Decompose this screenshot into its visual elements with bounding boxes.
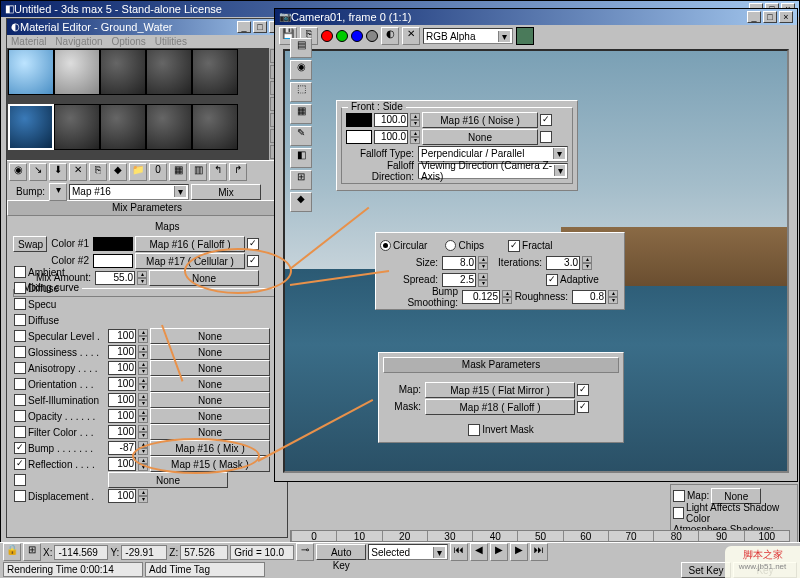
slot-2[interactable] <box>54 49 100 95</box>
put-library-icon[interactable]: 📁 <box>129 163 147 181</box>
render-close[interactable]: × <box>779 11 793 23</box>
make-unique-icon[interactable]: ◆ <box>109 163 127 181</box>
fdir-dd[interactable]: Viewing Direction (Camera Z-Axis)▾ <box>418 163 568 179</box>
slot-1[interactable] <box>8 49 54 95</box>
slot-6-active[interactable] <box>8 104 54 150</box>
channel-dropdown[interactable]: RGB Alpha▾ <box>423 28 513 44</box>
fractal-check[interactable]: ✓ <box>508 240 520 252</box>
iter-field[interactable]: 3.0 <box>546 256 580 270</box>
z-field[interactable]: 57.526 <box>180 545 228 560</box>
mask-mask-chk[interactable]: ✓ <box>577 401 589 413</box>
map-btn-7[interactable]: None <box>150 376 270 392</box>
clear-icon[interactable]: ✕ <box>402 27 420 45</box>
spread-field[interactable]: 2.5 <box>442 273 476 287</box>
map1-button[interactable]: Map #16 ( Falloff ) <box>135 236 245 252</box>
vt-6-icon[interactable]: ◧ <box>290 148 312 168</box>
play-icon[interactable]: ▶ <box>490 543 508 561</box>
snap-icon[interactable]: ⊞ <box>23 543 41 561</box>
make-copy-icon[interactable]: ⎘ <box>89 163 107 181</box>
map-chk-8[interactable] <box>14 394 26 406</box>
nav-sibling-icon[interactable]: ↱ <box>229 163 247 181</box>
menu-nav[interactable]: Navigation <box>55 36 102 47</box>
timeline[interactable]: 0102030405060708090100 <box>290 530 790 542</box>
map-btn-11[interactable]: Map #16 ( Mix ) <box>150 440 270 456</box>
mono-icon[interactable] <box>366 30 378 42</box>
mask-map-chk[interactable]: ✓ <box>577 384 589 396</box>
next-frame-icon[interactable]: ▶ <box>510 543 528 561</box>
vt-8-icon[interactable]: ◆ <box>290 192 312 212</box>
put-to-scene-icon[interactable]: ↘ <box>29 163 47 181</box>
map-val-11[interactable]: -87 <box>108 441 136 455</box>
menu-material[interactable]: Material <box>11 36 47 47</box>
map-chk-3[interactable] <box>14 314 26 326</box>
slot-8[interactable] <box>100 104 146 150</box>
map-chk-5[interactable] <box>14 346 26 358</box>
bump-map-dropdown[interactable]: Map #16▾ <box>69 184 189 200</box>
f-chk1[interactable]: ✓ <box>540 114 552 126</box>
slot-10[interactable] <box>192 104 238 150</box>
pick-icon[interactable]: ▾ <box>49 183 67 201</box>
map-val-4[interactable]: 100 <box>108 329 136 343</box>
map-val-7[interactable]: 100 <box>108 377 136 391</box>
map-val-8[interactable]: 100 <box>108 393 136 407</box>
size-field[interactable]: 8.0 <box>442 256 476 270</box>
f-map2[interactable]: None <box>422 129 538 145</box>
map-val-5[interactable]: 100 <box>108 345 136 359</box>
map-chk-6[interactable] <box>14 362 26 374</box>
red-channel-icon[interactable] <box>321 30 333 42</box>
vt-4-icon[interactable]: ▦ <box>290 104 312 124</box>
show-map-icon[interactable]: ▦ <box>169 163 187 181</box>
alpha-icon[interactable]: ◐ <box>381 27 399 45</box>
vt-1-icon[interactable]: ▤ <box>290 38 312 58</box>
map-btn-8[interactable]: None <box>150 392 270 408</box>
map-chk-0[interactable] <box>14 266 26 278</box>
color1-swatch[interactable] <box>93 237 133 251</box>
map-chk-2[interactable] <box>14 298 26 310</box>
invert-check[interactable] <box>468 424 480 436</box>
menu-util[interactable]: Utilities <box>155 36 187 47</box>
mat-max[interactable]: □ <box>253 21 267 33</box>
map-chk-11[interactable]: ✓ <box>14 442 26 454</box>
slot-5[interactable] <box>192 49 238 95</box>
key-icon[interactable]: ⊸ <box>296 543 314 561</box>
map-chk-7[interactable] <box>14 378 26 390</box>
x-field[interactable]: -114.569 <box>54 545 108 560</box>
f-v1[interactable]: 100.0 <box>374 113 408 127</box>
map-chk-10[interactable] <box>14 426 26 438</box>
map-btn-13[interactable]: None <box>108 472 228 488</box>
f-chk2[interactable] <box>540 131 552 143</box>
mat-effects-icon[interactable]: 0 <box>149 163 167 181</box>
vt-7-icon[interactable]: ⊞ <box>290 170 312 190</box>
reset-icon[interactable]: ✕ <box>69 163 87 181</box>
bgcolor-swatch[interactable] <box>516 27 534 45</box>
map-btn-4[interactable]: None <box>150 328 270 344</box>
adaptive-check[interactable]: ✓ <box>546 274 558 286</box>
render-titlebar[interactable]: 📷 Camera01, frame 0 (1:1) _ □ × <box>275 9 797 25</box>
map-btn-6[interactable]: None <box>150 360 270 376</box>
map-btn-10[interactable]: None <box>150 424 270 440</box>
assign-icon[interactable]: ⬇ <box>49 163 67 181</box>
get-material-icon[interactable]: ◉ <box>9 163 27 181</box>
map1-check[interactable]: ✓ <box>247 238 259 250</box>
map-val-10[interactable]: 100 <box>108 425 136 439</box>
setkey-button[interactable]: Set Key <box>681 562 731 578</box>
rough-field[interactable]: 0.8 <box>572 290 606 304</box>
map-val-12[interactable]: 100 <box>108 457 136 471</box>
lock-icon[interactable]: 🔒 <box>3 543 21 561</box>
falloff-c2[interactable] <box>346 130 372 144</box>
vt-3-icon[interactable]: ⬚ <box>290 82 312 102</box>
y-field[interactable]: -29.91 <box>121 545 167 560</box>
mat-min[interactable]: _ <box>237 21 251 33</box>
vt-2-icon[interactable]: ◉ <box>290 60 312 80</box>
green-channel-icon[interactable] <box>336 30 348 42</box>
prev-frame-icon[interactable]: ◀ <box>470 543 488 561</box>
map-chk-4[interactable] <box>14 330 26 342</box>
slot-4[interactable] <box>146 49 192 95</box>
render-max[interactable]: □ <box>763 11 777 23</box>
swap-button[interactable]: Swap <box>13 236 47 252</box>
render-min[interactable]: _ <box>747 11 761 23</box>
map-chk-13[interactable] <box>14 474 26 486</box>
mix-params-header[interactable]: Mix Parameters <box>7 200 287 216</box>
mask-map-btn[interactable]: Map #15 ( Flat Mirror ) <box>425 382 575 398</box>
chips-radio[interactable] <box>445 240 456 251</box>
